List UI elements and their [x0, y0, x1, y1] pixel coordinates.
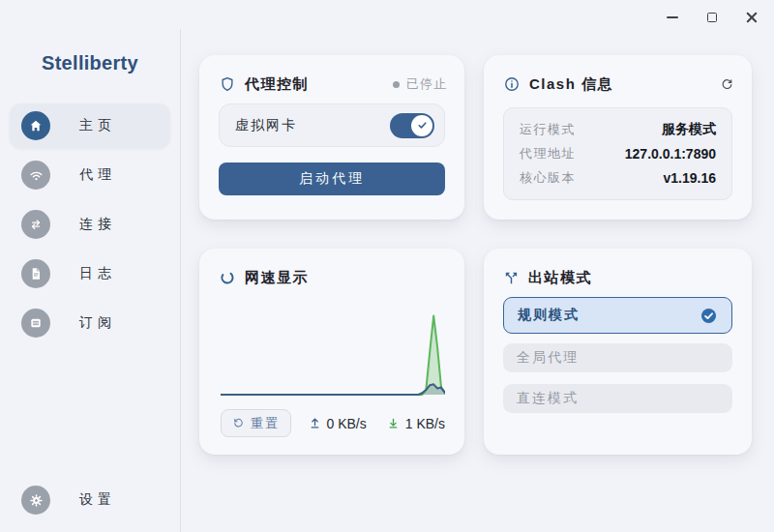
minimize-button[interactable] [660, 9, 685, 26]
info-card-header: Clash 信息 [503, 74, 734, 95]
spinner-icon [219, 269, 236, 286]
proxy-card-title: 代理控制 [245, 75, 309, 94]
tun-label: 虚拟网卡 [235, 117, 297, 134]
wifi-icon [21, 161, 50, 190]
info-card-title: Clash 信息 [529, 75, 613, 94]
reset-icon [232, 417, 245, 429]
outbound-option-rule[interactable]: 规则模式 [503, 297, 732, 334]
tun-row: 虚拟网卡 [219, 103, 445, 147]
info-row-address: 代理地址 127.0.0.1:7890 [520, 145, 716, 163]
home-icon [21, 111, 50, 140]
sidebar-divider [180, 29, 181, 532]
speed-card-header: 网速显示 [219, 267, 447, 288]
refresh-button[interactable] [720, 77, 734, 92]
close-icon [746, 12, 758, 23]
sidebar-item-subscriptions[interactable]: 订阅 [10, 301, 170, 345]
sidebar-item-settings[interactable]: 设置 [10, 478, 170, 522]
upload-speed-value: 0 KB/s [327, 416, 367, 431]
info-row-version: 核心版本 v1.19.16 [520, 169, 716, 187]
info-row-mode: 运行模式 服务模式 [520, 121, 716, 138]
sidebar-item-label: 代理 [79, 166, 116, 184]
net-speed-card: 网速显示 重置 0 KB/s 1 KB/s [199, 249, 464, 455]
sidebar-item-label: 主页 [79, 117, 116, 134]
reset-button[interactable]: 重置 [221, 409, 291, 437]
tun-toggle[interactable] [390, 113, 434, 138]
split-icon [503, 270, 520, 286]
download-icon [386, 416, 401, 430]
outbound-card-title: 出站模式 [528, 269, 592, 287]
info-icon [503, 75, 521, 93]
check-circle-icon [700, 307, 718, 325]
sidebar-item-proxy[interactable]: 代理 [10, 153, 170, 197]
outbound-option-direct[interactable]: 直连模式 [503, 384, 732, 413]
proxy-card-header: 代理控制 已停止 [219, 74, 447, 95]
proxy-control-card: 代理控制 已停止 虚拟网卡 启动代理 [199, 55, 464, 220]
sidebar-item-label: 连接 [79, 216, 116, 233]
app-brand: Stelliberty [0, 52, 180, 74]
outbound-card-header: 出站模式 [503, 267, 734, 288]
sidebar-item-connections[interactable]: 连接 [10, 202, 170, 247]
toggle-thumb [411, 115, 432, 136]
maximize-button[interactable] [700, 9, 725, 26]
maximize-icon [707, 13, 717, 22]
speed-chart [221, 295, 445, 398]
sidebar-item-label: 日志 [79, 265, 116, 282]
proxy-status: 已停止 [393, 75, 447, 93]
gear-icon [21, 486, 50, 515]
info-label: 代理地址 [520, 145, 576, 163]
outbound-option-label: 直连模式 [517, 390, 579, 407]
info-label: 运行模式 [520, 121, 576, 138]
info-value: 127.0.0.1:7890 [625, 146, 716, 162]
list-icon [21, 309, 50, 338]
outbound-option-global[interactable]: 全局代理 [503, 343, 732, 372]
check-icon [416, 119, 429, 132]
window-controls [660, 9, 764, 26]
download-speed-value: 1 KB/s [405, 416, 445, 431]
info-value: v1.19.16 [664, 170, 717, 186]
reset-label: 重置 [251, 415, 280, 432]
sidebar-item-logs[interactable]: 日志 [10, 251, 170, 296]
upload-icon [308, 416, 322, 430]
info-label: 核心版本 [520, 169, 576, 187]
clash-info-panel: 运行模式 服务模式 代理地址 127.0.0.1:7890 核心版本 v1.19… [503, 107, 732, 200]
info-value: 服务模式 [662, 121, 716, 138]
sidebar-item-label: 订阅 [79, 314, 116, 332]
download-speed: 1 KB/s [386, 416, 445, 431]
speed-chart-container [221, 295, 445, 398]
status-dot-icon [393, 81, 400, 88]
outbound-option-label: 规则模式 [518, 307, 580, 324]
outbound-mode-card: 出站模式 规则模式 全局代理 直连模式 [484, 249, 752, 455]
upload-speed: 0 KB/s [308, 416, 367, 431]
refresh-icon [720, 77, 734, 92]
speed-card-title: 网速显示 [245, 269, 309, 287]
shield-icon [219, 75, 236, 93]
swap-arrows-icon [21, 210, 50, 239]
clash-info-card: Clash 信息 运行模式 服务模式 代理地址 127.0.0.1:7890 核… [484, 55, 752, 220]
close-button[interactable] [739, 9, 764, 26]
outbound-option-label: 全局代理 [517, 349, 579, 367]
minimize-icon [667, 16, 678, 18]
speed-footer: 重置 0 KB/s 1 KB/s [221, 409, 445, 437]
start-proxy-button[interactable]: 启动代理 [219, 163, 445, 195]
sidebar-item-home[interactable]: 主页 [10, 103, 170, 148]
sidebar-nav: 主页 代理 连接 日志 [10, 103, 170, 350]
settings-label: 设置 [79, 491, 116, 509]
proxy-status-label: 已停止 [406, 75, 447, 93]
document-icon [21, 259, 50, 288]
